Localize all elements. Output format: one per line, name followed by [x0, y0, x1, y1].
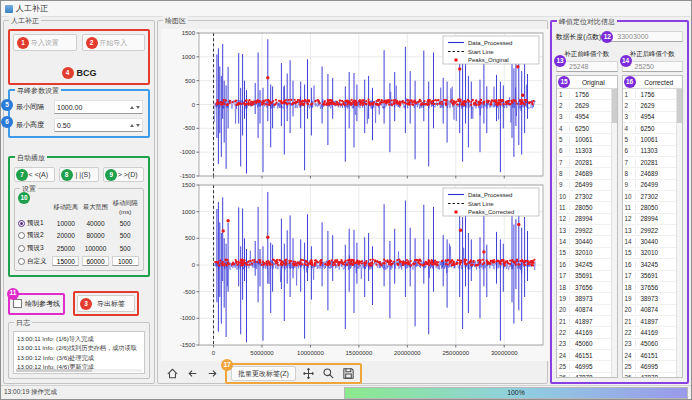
table-row[interactable]: 46250 [623, 123, 677, 134]
table-row[interactable]: 1027302 [557, 191, 611, 202]
table-row[interactable]: 2446151 [623, 350, 677, 361]
table-row[interactable]: 1228994 [623, 214, 677, 225]
step-back-label: < <(A) [29, 171, 48, 178]
table-row[interactable]: 1027302 [623, 191, 677, 202]
table-row[interactable]: 2141897 [623, 316, 677, 327]
custom-value-input[interactable] [52, 256, 79, 266]
custom-value-input[interactable] [82, 256, 109, 266]
peak-position-value: 30440 [636, 238, 677, 245]
reference-line-section: 11 绘制参考线 [8, 293, 65, 315]
table-row[interactable]: 824689 [557, 168, 611, 179]
chart-bottom[interactable]: -1500-1000-50005001000150005000000100000… [161, 181, 549, 361]
corrected-table-scrollbar[interactable] [676, 89, 682, 377]
table-row[interactable]: 2040874 [557, 305, 611, 316]
table-row[interactable]: 611303 [623, 146, 677, 157]
original-header-label: Original [570, 79, 617, 86]
table-row[interactable]: 1634245 [623, 259, 677, 270]
min-height-label: 最小高度 [16, 120, 50, 130]
peak-position-value: 11303 [636, 147, 677, 154]
home-icon[interactable] [165, 367, 179, 381]
table-row[interactable]: 2345060 [623, 339, 677, 350]
table-row[interactable]: 2141897 [557, 316, 611, 327]
original-table-scrollbar[interactable] [611, 89, 617, 377]
table-row[interactable]: 22629 [557, 100, 611, 111]
reference-line-checkbox[interactable] [13, 299, 22, 308]
custom-value-input[interactable] [112, 256, 139, 266]
table-row[interactable]: 824689 [623, 168, 677, 179]
table-row[interactable]: 1938973 [557, 293, 611, 304]
table-row[interactable]: 2244169 [557, 327, 611, 338]
table-row[interactable]: 1329922 [623, 225, 677, 236]
table-row[interactable]: 2244169 [623, 327, 677, 338]
table-row[interactable]: 1228994 [557, 214, 611, 225]
row-index: 2 [623, 102, 636, 109]
min-height-spinbox[interactable] [54, 118, 143, 132]
table-row[interactable]: 1128050 [623, 202, 677, 213]
table-row[interactable]: 2647878 [557, 373, 611, 378]
svg-text:0: 0 [192, 262, 196, 268]
table-row[interactable]: 1329922 [557, 225, 611, 236]
table-row[interactable]: 1430440 [623, 236, 677, 247]
table-row[interactable]: 46250 [557, 123, 611, 134]
preset-column-header: 移动距离 [51, 203, 81, 212]
table-row[interactable]: 2446151 [557, 350, 611, 361]
spin-down-icon[interactable] [136, 106, 140, 109]
step-forward-button[interactable]: 9 > >(D) [103, 167, 144, 182]
table-row[interactable]: 1128050 [557, 202, 611, 213]
table-row[interactable]: 1634245 [557, 259, 611, 270]
forward-arrow-icon[interactable] [205, 367, 219, 381]
table-row[interactable]: 11756 [557, 89, 611, 100]
table-row[interactable]: 11756 [623, 89, 677, 100]
zoom-icon[interactable] [322, 367, 336, 381]
table-row[interactable]: 2546995 [623, 361, 677, 372]
spin-down-icon[interactable] [136, 124, 140, 127]
table-row[interactable]: 2546995 [557, 361, 611, 372]
table-row[interactable]: 720281 [557, 157, 611, 168]
table-row[interactable]: 1735691 [557, 271, 611, 282]
min-height-input[interactable] [57, 122, 128, 129]
step-back-button[interactable]: 7 < <(A) [14, 167, 55, 182]
table-row[interactable]: 34954 [623, 112, 677, 123]
pause-button[interactable]: 8 | |(S) [59, 167, 100, 182]
log-hscrollbar[interactable] [16, 369, 142, 372]
table-row[interactable]: 1735691 [623, 271, 677, 282]
som-mark-11: 11 [7, 288, 19, 300]
back-arrow-icon[interactable] [185, 367, 199, 381]
spin-up-icon[interactable] [130, 124, 134, 127]
start-import-button[interactable]: 2 开始导入 [82, 34, 146, 51]
spin-up-icon[interactable] [130, 106, 134, 109]
table-row[interactable]: 926499 [623, 180, 677, 191]
preset-radio[interactable] [18, 258, 25, 265]
preset-radio[interactable] [18, 220, 25, 227]
peak-position-value: 32010 [570, 249, 611, 256]
table-row[interactable]: 1430440 [557, 236, 611, 247]
table-row[interactable]: 1938973 [623, 293, 677, 304]
table-row[interactable]: 34954 [557, 112, 611, 123]
table-row[interactable]: 2345060 [557, 339, 611, 350]
pan-icon[interactable] [302, 367, 316, 381]
export-labels-button[interactable]: 3 导出标签 [77, 295, 135, 312]
table-row[interactable]: 2040874 [623, 305, 677, 316]
table-row[interactable]: 510061 [623, 134, 677, 145]
import-settings-button[interactable]: 1 导入设置 [13, 34, 77, 51]
save-icon[interactable] [342, 367, 356, 381]
min-interval-spinbox[interactable] [54, 100, 143, 114]
min-interval-input[interactable] [57, 104, 128, 111]
table-row[interactable]: 1532010 [557, 248, 611, 259]
chart-top[interactable]: -1500-1000-500050010001500Data_Processed… [161, 29, 549, 181]
peak-position-value: 10061 [570, 136, 611, 143]
table-row[interactable]: 1532010 [623, 248, 677, 259]
table-row[interactable]: 22629 [623, 100, 677, 111]
batch-edit-labels-button[interactable]: 批量更改标签(Z) [231, 366, 296, 381]
table-row[interactable]: 1837656 [623, 282, 677, 293]
preset-radio[interactable] [18, 232, 25, 239]
table-row[interactable]: 611303 [557, 146, 611, 157]
log-line: 13:00:11 Info: (2/6)找到历史存档，成功读取 [17, 343, 141, 352]
table-row[interactable]: 1837656 [557, 282, 611, 293]
table-row[interactable]: 2647878 [623, 373, 677, 378]
table-row[interactable]: 926499 [557, 180, 611, 191]
preset-radio[interactable] [18, 245, 25, 252]
log-box[interactable]: 13:00:11 Info: (1/6)导入完成13:00:11 Info: (… [13, 331, 145, 374]
table-row[interactable]: 510061 [557, 134, 611, 145]
table-row[interactable]: 720281 [623, 157, 677, 168]
